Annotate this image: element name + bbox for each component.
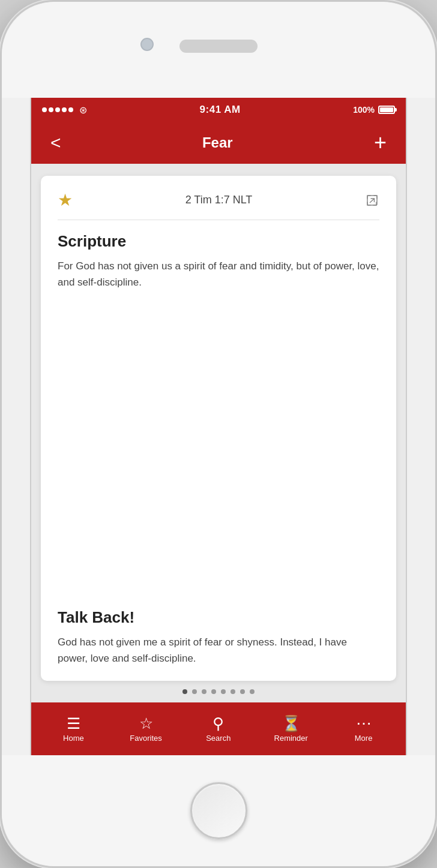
- top-bezel: [2, 2, 435, 98]
- tab-search-label: Search: [206, 734, 231, 743]
- search-icon: ⚲: [212, 716, 224, 731]
- scripture-text: For God has not given us a spirit of fea…: [58, 258, 379, 290]
- phone-frame: ⊛ 9:41 AM 100% < Fear + ★ 2 Tim: [0, 0, 437, 868]
- home-icon: ☰: [67, 716, 80, 731]
- bottom-bezel: [2, 755, 435, 866]
- speaker: [179, 40, 258, 53]
- share-icon[interactable]: [365, 193, 379, 208]
- tab-more[interactable]: ⋯ More: [340, 711, 388, 747]
- battery-percent: 100%: [353, 105, 375, 115]
- talk-back-text: God has not given me a spirit of fear or…: [58, 634, 379, 666]
- tab-home-label: Home: [63, 734, 84, 743]
- scripture-card: ★ 2 Tim 1:7 NLT Scripture For God has no…: [41, 176, 396, 681]
- card-spacer: [58, 290, 379, 596]
- page-dot-1[interactable]: [182, 689, 187, 694]
- add-button[interactable]: +: [369, 127, 391, 158]
- signal-dot-1: [42, 107, 47, 112]
- battery-icon: [378, 106, 395, 114]
- tab-home[interactable]: ☰ Home: [49, 711, 97, 747]
- tab-bar: ☰ Home ☆ Favorites ⚲ Search ⏳ Reminder ⋯…: [31, 702, 406, 755]
- status-right: 100%: [353, 105, 395, 115]
- main-content: ★ 2 Tim 1:7 NLT Scripture For God has no…: [31, 164, 406, 702]
- card-header: ★ 2 Tim 1:7 NLT: [58, 190, 379, 220]
- page-dot-4[interactable]: [211, 689, 216, 694]
- scripture-title: Scripture: [58, 232, 379, 251]
- tab-more-label: More: [355, 734, 373, 743]
- wifi-icon: ⊛: [79, 104, 87, 116]
- signal-dot-3: [55, 107, 60, 112]
- home-button[interactable]: [190, 782, 247, 839]
- page-dot-8[interactable]: [250, 689, 255, 694]
- favorites-icon: ☆: [139, 716, 153, 731]
- front-camera: [140, 38, 154, 51]
- page-dots: [182, 681, 255, 702]
- tab-search[interactable]: ⚲ Search: [194, 711, 243, 747]
- talk-back-title: Talk Back!: [58, 608, 379, 627]
- tab-reminder[interactable]: ⏳ Reminder: [267, 711, 315, 747]
- scripture-section: Scripture For God has not given us a spi…: [58, 232, 379, 290]
- verse-reference: 2 Tim 1:7 NLT: [185, 194, 253, 206]
- signal-dot-2: [49, 107, 53, 112]
- status-left: ⊛: [42, 104, 87, 116]
- reminder-icon: ⏳: [282, 716, 301, 731]
- battery-fill: [380, 107, 393, 112]
- page-dot-5[interactable]: [221, 689, 226, 694]
- nav-bar: < Fear +: [31, 122, 406, 164]
- signal-dot-5: [68, 107, 73, 112]
- more-icon: ⋯: [356, 716, 372, 731]
- tab-favorites-label: Favorites: [130, 734, 161, 743]
- page-dot-6[interactable]: [231, 689, 235, 694]
- back-button[interactable]: <: [46, 128, 66, 158]
- status-bar: ⊛ 9:41 AM 100%: [31, 98, 406, 122]
- page-dot-2[interactable]: [192, 689, 197, 694]
- page-dot-3[interactable]: [202, 689, 206, 694]
- talk-back-section: Talk Back! God has not given me a spirit…: [58, 608, 379, 666]
- status-time: 9:41 AM: [200, 104, 241, 116]
- tab-favorites[interactable]: ☆ Favorites: [122, 711, 170, 747]
- favorite-star-icon[interactable]: ★: [58, 190, 73, 210]
- page-dot-7[interactable]: [240, 689, 245, 694]
- nav-title: Fear: [202, 134, 233, 151]
- tab-reminder-label: Reminder: [274, 734, 308, 743]
- phone-screen: ⊛ 9:41 AM 100% < Fear + ★ 2 Tim: [30, 98, 407, 755]
- signal-dot-4: [62, 107, 67, 112]
- signal-dots: [42, 107, 73, 112]
